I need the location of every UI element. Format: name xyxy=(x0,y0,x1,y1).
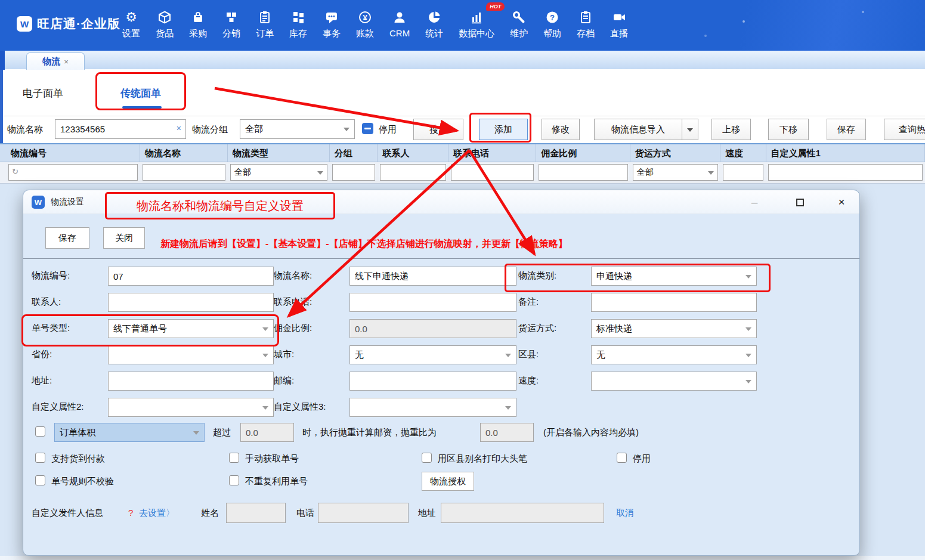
over-input xyxy=(240,423,294,442)
col-group[interactable]: 分组 xyxy=(330,144,378,162)
attr2-select[interactable] xyxy=(108,398,274,417)
nav-item-orders[interactable]: 订单 xyxy=(248,8,281,39)
city-select[interactable]: 无 xyxy=(349,345,516,364)
col-custom-attr1[interactable]: 自定义属性1 xyxy=(766,144,925,162)
clear-input-icon[interactable]: × xyxy=(177,123,181,133)
logistics-group-select[interactable]: 全部 xyxy=(240,119,355,139)
volume-checkbox[interactable] xyxy=(35,426,45,437)
nav-item-archive[interactable]: 存档 xyxy=(569,8,602,39)
nav-item-maintenance[interactable]: 维护 xyxy=(502,8,536,39)
manual-number-checkbox[interactable] xyxy=(229,453,239,463)
save-order-button[interactable]: 保存 xyxy=(827,119,866,140)
sender-name-input xyxy=(226,503,286,523)
dialog-titlebar[interactable]: W 物流设置 – × xyxy=(23,190,859,214)
commission-input xyxy=(349,319,516,338)
import-dropdown-button[interactable] xyxy=(682,119,698,140)
move-up-button[interactable]: 上移 xyxy=(711,119,751,140)
speed-select[interactable] xyxy=(591,372,757,391)
archive-clipboard-icon xyxy=(578,8,593,26)
col-logistics-type[interactable]: 物流类型 xyxy=(228,144,330,162)
nav-item-help[interactable]: ? 帮助 xyxy=(536,8,569,39)
freight-filter-select[interactable]: 全部 xyxy=(633,164,718,181)
nav-item-data-center[interactable]: HOT 数据中心 xyxy=(451,8,502,39)
nav-item-affairs[interactable]: 事务 xyxy=(315,8,348,39)
contact-label: 联系人: xyxy=(32,296,61,308)
move-down-button[interactable]: 下移 xyxy=(768,119,809,140)
pie-chart-icon xyxy=(427,8,441,26)
speed-filter-input[interactable] xyxy=(723,164,763,181)
code-filter-input[interactable] xyxy=(8,164,138,181)
phone-filter-input[interactable] xyxy=(451,164,534,181)
no-reuse-checkbox[interactable] xyxy=(229,475,239,485)
attr1-filter-input[interactable] xyxy=(768,164,923,181)
col-logistics-name[interactable]: 物流名称 xyxy=(140,144,228,162)
contact-filter-input[interactable] xyxy=(380,164,446,181)
top-navigation-bar: W 旺店通·企业版 ⚙ 设置 货品 采购 xyxy=(0,0,925,51)
chevron-down-icon xyxy=(193,431,199,438)
group-filter-input[interactable] xyxy=(332,164,376,181)
tab-electronic-waybill[interactable]: 电子面单 xyxy=(23,86,63,100)
phone-input[interactable] xyxy=(349,293,516,312)
volume-metric-select[interactable]: 订单体积 xyxy=(54,423,205,442)
nav-item-crm[interactable]: CRM xyxy=(382,8,417,39)
import-logistics-button[interactable]: 物流信息导入 xyxy=(594,119,682,140)
type-filter-select[interactable]: 全部 xyxy=(230,164,327,181)
province-select[interactable] xyxy=(108,345,274,364)
refresh-icon[interactable]: ↻ xyxy=(12,167,18,176)
nav-item-statistics[interactable]: 统计 xyxy=(417,8,451,39)
freight-select[interactable]: 标准快递 xyxy=(591,319,757,338)
sender-help-icon[interactable]: ? xyxy=(128,508,133,518)
commission-filter-input[interactable] xyxy=(539,164,628,181)
col-contact-phone[interactable]: 联系电话 xyxy=(448,144,536,162)
search-button[interactable]: 搜索 xyxy=(413,119,463,140)
attr3-select[interactable] xyxy=(349,398,516,417)
modify-button[interactable]: 修改 xyxy=(542,119,580,140)
col-freight-mode[interactable]: 货运方式 xyxy=(630,144,720,162)
name-input[interactable] xyxy=(349,267,516,286)
name-field xyxy=(349,267,516,286)
code-input[interactable] xyxy=(108,267,274,286)
shopping-bag-icon xyxy=(191,8,205,26)
col-commission[interactable]: 佣金比例 xyxy=(536,144,630,162)
nav-item-settings[interactable]: ⚙ 设置 xyxy=(115,8,148,39)
go-setup-link[interactable]: 去设置〉 xyxy=(139,508,175,519)
nav-item-accounts[interactable]: ¥ 账款 xyxy=(348,8,382,39)
tab-traditional-waybill[interactable]: 传统面单 xyxy=(120,86,161,100)
tab-logistics[interactable]: 物流 × xyxy=(26,52,85,70)
dialog-close-button[interactable]: 关闭 xyxy=(103,227,145,249)
remark-input[interactable] xyxy=(591,293,757,312)
contact-input[interactable] xyxy=(108,293,274,312)
disabled-filter-checkbox[interactable] xyxy=(362,123,373,134)
col-logistics-code[interactable]: 物流编号 xyxy=(6,144,140,162)
name-filter-input[interactable] xyxy=(143,164,225,181)
col-speed[interactable]: 速度 xyxy=(720,144,766,162)
dialog-save-button[interactable]: 保存 xyxy=(45,227,89,249)
category-select[interactable]: 申通快递 xyxy=(591,267,757,286)
stop-use-checkbox[interactable] xyxy=(617,453,627,463)
close-button[interactable]: × xyxy=(833,194,850,210)
nav-item-inventory[interactable]: 库存 xyxy=(281,8,315,39)
nav-item-distribution[interactable]: 分销 xyxy=(215,8,248,39)
logistics-auth-button[interactable]: 物流授权 xyxy=(422,472,474,491)
add-button[interactable]: 添加 xyxy=(479,119,528,140)
logistics-name-input[interactable] xyxy=(55,119,186,139)
filter-cell-name xyxy=(140,162,228,183)
maximize-button[interactable] xyxy=(791,194,808,210)
nav-item-goods[interactable]: 货品 xyxy=(148,8,181,39)
district-select[interactable]: 无 xyxy=(591,345,757,364)
tab-close-icon[interactable]: × xyxy=(64,57,69,66)
nav-item-purchase[interactable]: 采购 xyxy=(181,8,215,39)
waybill-type-select[interactable]: 线下普通单号 xyxy=(108,319,274,338)
no-validate-checkbox[interactable] xyxy=(35,475,45,485)
cancel-link[interactable]: 取消 xyxy=(616,508,634,519)
query-thermal-button[interactable]: 查询热敏 xyxy=(884,119,925,140)
col-contact[interactable]: 联系人 xyxy=(378,144,448,162)
alias-print-checkbox[interactable] xyxy=(422,453,432,463)
nav-item-live[interactable]: 直播 xyxy=(602,8,636,39)
logistics-table-filter-row: ↻ 全部 全部 xyxy=(0,162,925,184)
address-input[interactable] xyxy=(108,372,274,391)
indeterminate-mark xyxy=(364,128,371,129)
minimize-button[interactable]: – xyxy=(746,194,763,210)
cod-checkbox[interactable] xyxy=(35,453,45,463)
zip-input[interactable] xyxy=(349,372,516,391)
